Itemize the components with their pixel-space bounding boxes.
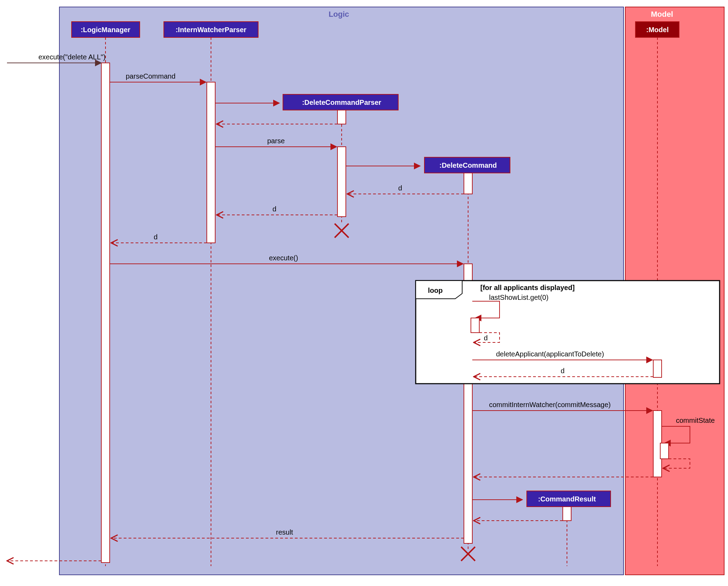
- label-parse: parse: [267, 137, 285, 145]
- loop-tab-label: loop: [428, 287, 443, 294]
- participant-delete-command-label: :DeleteCommand: [439, 161, 497, 169]
- activation-dc-create: [464, 173, 472, 194]
- label-d5: d: [561, 367, 565, 375]
- participant-logic-manager-label: :LogicManager: [81, 26, 130, 34]
- label-parse-command: parseCommand: [126, 72, 175, 80]
- package-logic-title: Logic: [329, 10, 349, 19]
- label-d3: d: [154, 233, 158, 241]
- activation-logic-manager: [101, 63, 110, 563]
- loop-guard: [for all applicants displayed]: [480, 284, 575, 291]
- participant-intern-watcher-parser-label: :InternWatcherParser: [176, 26, 247, 34]
- label-commit-intern-watcher: commitInternWatcher(commitMessage): [489, 401, 611, 408]
- activation-cr-create: [563, 507, 571, 521]
- label-result: result: [276, 528, 293, 536]
- package-model-title: Model: [651, 10, 673, 19]
- participant-delete-command-parser-label: :DeleteCommandParser: [302, 99, 381, 106]
- label-d1: d: [398, 184, 402, 192]
- loop-fragment: [416, 281, 720, 384]
- label-last-show-list: lastShowList.get(0): [489, 294, 548, 301]
- participant-command-result-label: :CommandResult: [538, 495, 596, 503]
- label-delete-applicant: deleteApplicant(applicantToDelete): [496, 350, 604, 358]
- activation-self-get: [471, 318, 479, 333]
- activation-intern-watcher-parser: [207, 82, 215, 243]
- activation-model-delete: [653, 360, 662, 377]
- label-d2: d: [272, 205, 276, 213]
- activation-dcp-create: [337, 110, 346, 124]
- participant-model-label: :Model: [646, 26, 669, 34]
- activation-model-commit-state: [660, 443, 669, 459]
- label-d4: d: [484, 334, 488, 342]
- label-execute: execute(): [269, 254, 298, 262]
- sequence-diagram: Logic Model :LogicManager :InternWatcher…: [0, 0, 728, 586]
- activation-dcp-parse: [337, 147, 346, 217]
- label-execute-delete-all: execute("delete ALL"): [38, 53, 105, 61]
- label-commit-state: commitState: [676, 417, 715, 424]
